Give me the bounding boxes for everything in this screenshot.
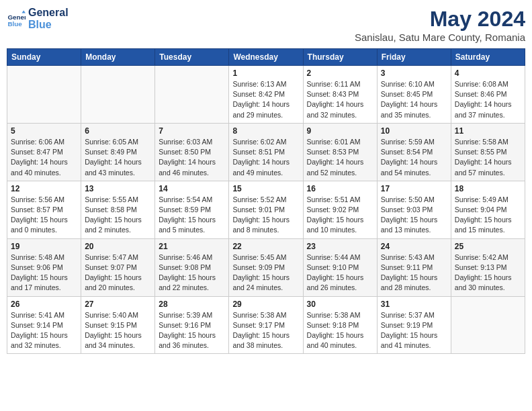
weekday-header-cell: Sunday bbox=[7, 49, 81, 66]
day-number: 6 bbox=[85, 126, 151, 136]
day-number: 3 bbox=[381, 68, 447, 78]
calendar-day-cell: 18Sunrise: 5:49 AM Sunset: 9:04 PM Dayli… bbox=[451, 181, 525, 238]
calendar-day-cell: 23Sunrise: 5:44 AM Sunset: 9:10 PM Dayli… bbox=[303, 238, 377, 296]
day-info: Sunrise: 5:40 AM Sunset: 9:15 PM Dayligh… bbox=[85, 310, 151, 351]
day-number: 14 bbox=[159, 184, 225, 193]
calendar-week-row: 12Sunrise: 5:56 AM Sunset: 8:57 PM Dayli… bbox=[7, 181, 525, 238]
day-number: 13 bbox=[85, 184, 151, 193]
day-info: Sunrise: 5:46 AM Sunset: 9:08 PM Dayligh… bbox=[159, 253, 225, 293]
weekday-header-cell: Tuesday bbox=[155, 49, 229, 66]
day-number: 12 bbox=[11, 184, 77, 193]
day-info: Sunrise: 5:48 AM Sunset: 9:06 PM Dayligh… bbox=[11, 253, 77, 293]
day-info: Sunrise: 5:41 AM Sunset: 9:14 PM Dayligh… bbox=[11, 310, 77, 351]
calendar-day-cell: 24Sunrise: 5:43 AM Sunset: 9:11 PM Dayli… bbox=[377, 238, 451, 296]
day-info: Sunrise: 6:11 AM Sunset: 8:43 PM Dayligh… bbox=[307, 79, 373, 120]
calendar-week-row: 1Sunrise: 6:13 AM Sunset: 8:42 PM Daylig… bbox=[7, 66, 525, 124]
svg-text:Blue: Blue bbox=[7, 20, 22, 28]
day-number: 11 bbox=[455, 126, 521, 136]
day-number: 26 bbox=[11, 300, 77, 309]
page-header: General Blue General Blue May 2024 Sanis… bbox=[7, 7, 525, 43]
svg-marker-2 bbox=[21, 10, 26, 13]
logo-general: General bbox=[28, 7, 69, 19]
calendar-day-cell: 7Sunrise: 6:03 AM Sunset: 8:50 PM Daylig… bbox=[155, 123, 229, 181]
calendar-day-cell bbox=[451, 296, 525, 354]
weekday-header-cell: Thursday bbox=[303, 49, 377, 66]
day-info: Sunrise: 5:42 AM Sunset: 9:13 PM Dayligh… bbox=[455, 253, 521, 293]
calendar-day-cell: 19Sunrise: 5:48 AM Sunset: 9:06 PM Dayli… bbox=[7, 238, 81, 296]
day-number: 8 bbox=[232, 126, 299, 136]
calendar-week-row: 19Sunrise: 5:48 AM Sunset: 9:06 PM Dayli… bbox=[7, 238, 525, 296]
logo-icon: General Blue bbox=[7, 9, 26, 28]
calendar-day-cell: 30Sunrise: 5:38 AM Sunset: 9:18 PM Dayli… bbox=[303, 296, 377, 354]
calendar-week-row: 26Sunrise: 5:41 AM Sunset: 9:14 PM Dayli… bbox=[7, 296, 525, 354]
day-info: Sunrise: 5:58 AM Sunset: 8:55 PM Dayligh… bbox=[455, 137, 521, 178]
calendar-day-cell: 13Sunrise: 5:55 AM Sunset: 8:58 PM Dayli… bbox=[81, 181, 155, 238]
day-number: 16 bbox=[307, 184, 373, 193]
day-info: Sunrise: 6:10 AM Sunset: 8:45 PM Dayligh… bbox=[381, 79, 447, 120]
day-info: Sunrise: 6:03 AM Sunset: 8:50 PM Dayligh… bbox=[159, 137, 225, 178]
day-info: Sunrise: 5:47 AM Sunset: 9:07 PM Dayligh… bbox=[85, 253, 151, 293]
calendar-day-cell: 26Sunrise: 5:41 AM Sunset: 9:14 PM Dayli… bbox=[7, 296, 81, 354]
title-block: May 2024 Sanislau, Satu Mare County, Rom… bbox=[355, 7, 525, 43]
calendar-day-cell: 11Sunrise: 5:58 AM Sunset: 8:55 PM Dayli… bbox=[451, 123, 525, 181]
calendar-day-cell bbox=[155, 66, 229, 124]
day-info: Sunrise: 5:55 AM Sunset: 8:58 PM Dayligh… bbox=[85, 195, 151, 236]
calendar-body: 1Sunrise: 6:13 AM Sunset: 8:42 PM Daylig… bbox=[7, 66, 525, 354]
day-number: 30 bbox=[307, 300, 373, 309]
calendar-day-cell: 6Sunrise: 6:05 AM Sunset: 8:49 PM Daylig… bbox=[81, 123, 155, 181]
weekday-header-row: SundayMondayTuesdayWednesdayThursdayFrid… bbox=[7, 49, 525, 66]
weekday-header-cell: Wednesday bbox=[229, 49, 303, 66]
day-number: 18 bbox=[455, 184, 521, 193]
day-info: Sunrise: 6:06 AM Sunset: 8:47 PM Dayligh… bbox=[11, 137, 77, 178]
calendar-day-cell bbox=[81, 66, 155, 124]
calendar-day-cell: 28Sunrise: 5:39 AM Sunset: 9:16 PM Dayli… bbox=[155, 296, 229, 354]
day-number: 23 bbox=[307, 242, 373, 251]
day-number: 27 bbox=[85, 300, 151, 309]
weekday-header-cell: Saturday bbox=[451, 49, 525, 66]
calendar-day-cell: 9Sunrise: 6:01 AM Sunset: 8:53 PM Daylig… bbox=[303, 123, 377, 181]
logo: General Blue General Blue bbox=[7, 7, 69, 30]
location-subtitle: Sanislau, Satu Mare County, Romania bbox=[355, 32, 525, 43]
day-number: 2 bbox=[307, 68, 373, 78]
calendar-day-cell: 17Sunrise: 5:50 AM Sunset: 9:03 PM Dayli… bbox=[377, 181, 451, 238]
day-number: 19 bbox=[11, 242, 77, 251]
calendar-day-cell: 1Sunrise: 6:13 AM Sunset: 8:42 PM Daylig… bbox=[229, 66, 303, 124]
day-number: 10 bbox=[381, 126, 447, 136]
day-info: Sunrise: 5:51 AM Sunset: 9:02 PM Dayligh… bbox=[307, 195, 373, 236]
calendar-day-cell: 3Sunrise: 6:10 AM Sunset: 8:45 PM Daylig… bbox=[377, 66, 451, 124]
calendar-day-cell bbox=[7, 66, 81, 124]
day-number: 24 bbox=[381, 242, 447, 251]
day-number: 25 bbox=[455, 242, 521, 251]
calendar-day-cell: 29Sunrise: 5:38 AM Sunset: 9:17 PM Dayli… bbox=[229, 296, 303, 354]
day-info: Sunrise: 5:45 AM Sunset: 9:09 PM Dayligh… bbox=[232, 253, 299, 293]
day-info: Sunrise: 6:05 AM Sunset: 8:49 PM Dayligh… bbox=[85, 137, 151, 178]
logo-blue: Blue bbox=[28, 19, 69, 31]
day-info: Sunrise: 5:49 AM Sunset: 9:04 PM Dayligh… bbox=[455, 195, 521, 236]
day-number: 4 bbox=[455, 68, 521, 78]
day-number: 20 bbox=[85, 242, 151, 251]
day-number: 17 bbox=[381, 184, 447, 193]
calendar-day-cell: 25Sunrise: 5:42 AM Sunset: 9:13 PM Dayli… bbox=[451, 238, 525, 296]
month-year-title: May 2024 bbox=[355, 7, 525, 32]
day-info: Sunrise: 6:08 AM Sunset: 8:46 PM Dayligh… bbox=[455, 79, 521, 120]
day-number: 5 bbox=[11, 126, 77, 136]
day-info: Sunrise: 5:38 AM Sunset: 9:17 PM Dayligh… bbox=[232, 310, 299, 351]
day-info: Sunrise: 5:38 AM Sunset: 9:18 PM Dayligh… bbox=[307, 310, 373, 351]
calendar-day-cell: 16Sunrise: 5:51 AM Sunset: 9:02 PM Dayli… bbox=[303, 181, 377, 238]
calendar-day-cell: 20Sunrise: 5:47 AM Sunset: 9:07 PM Dayli… bbox=[81, 238, 155, 296]
day-number: 9 bbox=[307, 126, 373, 136]
day-info: Sunrise: 5:39 AM Sunset: 9:16 PM Dayligh… bbox=[159, 310, 225, 351]
day-info: Sunrise: 5:43 AM Sunset: 9:11 PM Dayligh… bbox=[381, 253, 447, 293]
calendar-day-cell: 12Sunrise: 5:56 AM Sunset: 8:57 PM Dayli… bbox=[7, 181, 81, 238]
calendar-day-cell: 2Sunrise: 6:11 AM Sunset: 8:43 PM Daylig… bbox=[303, 66, 377, 124]
day-info: Sunrise: 5:54 AM Sunset: 8:59 PM Dayligh… bbox=[159, 195, 225, 236]
day-number: 31 bbox=[381, 300, 447, 309]
day-info: Sunrise: 5:56 AM Sunset: 8:57 PM Dayligh… bbox=[11, 195, 77, 236]
weekday-header-cell: Monday bbox=[81, 49, 155, 66]
day-number: 28 bbox=[159, 300, 225, 309]
day-number: 29 bbox=[232, 300, 299, 309]
calendar-day-cell: 21Sunrise: 5:46 AM Sunset: 9:08 PM Dayli… bbox=[155, 238, 229, 296]
calendar-table: SundayMondayTuesdayWednesdayThursdayFrid… bbox=[7, 48, 525, 354]
calendar-week-row: 5Sunrise: 6:06 AM Sunset: 8:47 PM Daylig… bbox=[7, 123, 525, 181]
day-info: Sunrise: 6:13 AM Sunset: 8:42 PM Dayligh… bbox=[232, 79, 299, 120]
